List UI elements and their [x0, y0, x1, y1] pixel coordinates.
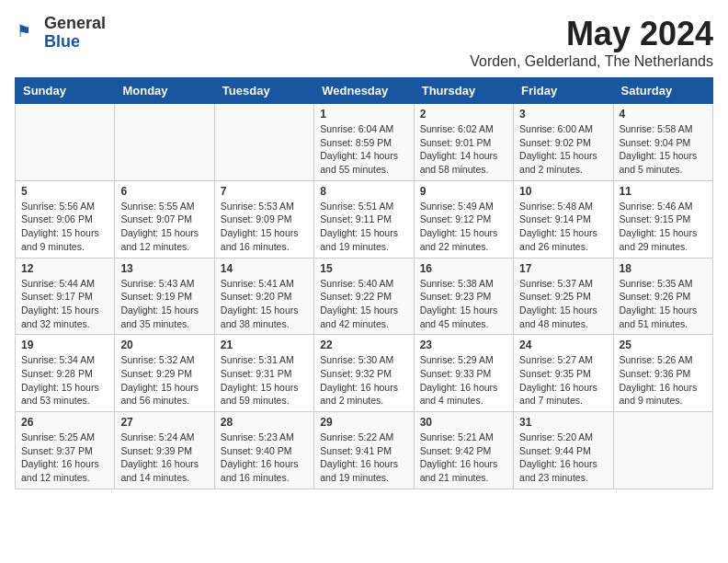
weekday-header-tuesday: Tuesday [214, 78, 313, 104]
calendar-table: SundayMondayTuesdayWednesdayThursdayFrid… [15, 77, 713, 489]
day-number: 3 [519, 108, 607, 121]
day-info: Sunrise: 5:44 AM Sunset: 9:17 PM Dayligh… [21, 277, 108, 331]
calendar-cell: 30Sunrise: 5:21 AM Sunset: 9:42 PM Dayli… [414, 412, 513, 489]
day-number: 11 [620, 185, 707, 198]
calendar-cell: 15Sunrise: 5:40 AM Sunset: 9:22 PM Dayli… [314, 258, 414, 335]
day-info: Sunrise: 5:49 AM Sunset: 9:12 PM Dayligh… [420, 200, 507, 254]
day-info: Sunrise: 6:00 AM Sunset: 9:02 PM Dayligh… [519, 122, 607, 177]
calendar-cell: 28Sunrise: 5:23 AM Sunset: 9:40 PM Dayli… [214, 412, 313, 489]
day-info: Sunrise: 5:41 AM Sunset: 9:20 PM Dayligh… [221, 277, 308, 331]
calendar-cell [115, 104, 214, 181]
calendar-cell: 22Sunrise: 5:30 AM Sunset: 9:32 PM Dayli… [314, 335, 414, 412]
calendar-cell: 7Sunrise: 5:53 AM Sunset: 9:09 PM Daylig… [214, 180, 313, 258]
day-number: 9 [420, 185, 507, 198]
weekday-header-wednesday: Wednesday [314, 78, 414, 104]
calendar-cell: 2Sunrise: 6:02 AM Sunset: 9:01 PM Daylig… [414, 104, 513, 181]
month-title: May 2024 [470, 15, 713, 53]
day-info: Sunrise: 5:22 AM Sunset: 9:41 PM Dayligh… [320, 431, 407, 485]
calendar-cell: 1Sunrise: 6:04 AM Sunset: 8:59 PM Daylig… [314, 104, 414, 181]
calendar-cell: 18Sunrise: 5:35 AM Sunset: 9:26 PM Dayli… [613, 258, 712, 335]
calendar-cell: 16Sunrise: 5:38 AM Sunset: 9:23 PM Dayli… [414, 258, 513, 335]
calendar-cell: 29Sunrise: 5:22 AM Sunset: 9:41 PM Dayli… [314, 412, 414, 489]
calendar-week-3: 12Sunrise: 5:44 AM Sunset: 9:17 PM Dayli… [16, 258, 713, 335]
day-info: Sunrise: 5:58 AM Sunset: 9:04 PM Dayligh… [620, 122, 707, 177]
day-number: 24 [519, 339, 607, 351]
calendar-cell: 21Sunrise: 5:31 AM Sunset: 9:31 PM Dayli… [214, 335, 313, 412]
day-info: Sunrise: 5:30 AM Sunset: 9:32 PM Dayligh… [320, 353, 407, 408]
logo-line1: General [44, 15, 106, 33]
day-number: 31 [519, 416, 607, 429]
day-info: Sunrise: 5:24 AM Sunset: 9:39 PM Dayligh… [120, 431, 208, 485]
day-info: Sunrise: 5:53 AM Sunset: 9:09 PM Dayligh… [221, 200, 308, 254]
weekday-header-monday: Monday [115, 78, 214, 104]
weekday-header-saturday: Saturday [613, 78, 712, 104]
weekday-header-sunday: Sunday [16, 78, 115, 104]
day-number: 8 [320, 185, 407, 198]
day-info: Sunrise: 5:23 AM Sunset: 9:40 PM Dayligh… [221, 431, 308, 485]
day-number: 22 [320, 339, 407, 351]
calendar-week-2: 5Sunrise: 5:56 AM Sunset: 9:06 PM Daylig… [16, 180, 713, 258]
day-number: 7 [221, 185, 308, 198]
calendar-cell: 12Sunrise: 5:44 AM Sunset: 9:17 PM Dayli… [16, 258, 115, 335]
calendar-cell: 9Sunrise: 5:49 AM Sunset: 9:12 PM Daylig… [414, 180, 513, 258]
day-info: Sunrise: 5:37 AM Sunset: 9:25 PM Dayligh… [519, 277, 607, 331]
day-number: 14 [221, 262, 308, 275]
calendar-cell: 19Sunrise: 5:34 AM Sunset: 9:28 PM Dayli… [16, 335, 115, 412]
day-number: 10 [519, 185, 607, 198]
day-info: Sunrise: 5:31 AM Sunset: 9:31 PM Dayligh… [221, 353, 308, 408]
day-info: Sunrise: 5:20 AM Sunset: 9:44 PM Dayligh… [519, 431, 607, 485]
weekday-header-friday: Friday [514, 78, 613, 104]
day-info: Sunrise: 5:26 AM Sunset: 9:36 PM Dayligh… [620, 353, 707, 408]
day-number: 19 [21, 339, 108, 351]
calendar-cell: 14Sunrise: 5:41 AM Sunset: 9:20 PM Dayli… [214, 258, 313, 335]
calendar-cell: 25Sunrise: 5:26 AM Sunset: 9:36 PM Dayli… [613, 335, 712, 412]
day-number: 17 [519, 262, 607, 275]
calendar-cell: 31Sunrise: 5:20 AM Sunset: 9:44 PM Dayli… [514, 412, 613, 489]
calendar-week-5: 26Sunrise: 5:25 AM Sunset: 9:37 PM Dayli… [16, 412, 713, 489]
calendar-cell: 17Sunrise: 5:37 AM Sunset: 9:25 PM Dayli… [514, 258, 613, 335]
calendar-cell: 8Sunrise: 5:51 AM Sunset: 9:11 PM Daylig… [314, 180, 414, 258]
day-info: Sunrise: 5:38 AM Sunset: 9:23 PM Dayligh… [420, 277, 507, 331]
day-number: 1 [320, 108, 407, 121]
day-number: 29 [320, 416, 407, 429]
day-number: 30 [420, 416, 507, 429]
day-info: Sunrise: 5:29 AM Sunset: 9:33 PM Dayligh… [420, 353, 507, 408]
day-info: Sunrise: 6:02 AM Sunset: 9:01 PM Dayligh… [420, 122, 507, 177]
day-info: Sunrise: 5:43 AM Sunset: 9:19 PM Dayligh… [120, 277, 208, 331]
day-number: 13 [120, 262, 208, 275]
calendar-cell: 10Sunrise: 5:48 AM Sunset: 9:14 PM Dayli… [514, 180, 613, 258]
day-info: Sunrise: 5:27 AM Sunset: 9:35 PM Dayligh… [519, 353, 607, 408]
calendar-cell: 26Sunrise: 5:25 AM Sunset: 9:37 PM Dayli… [16, 412, 115, 489]
day-info: Sunrise: 5:34 AM Sunset: 9:28 PM Dayligh… [21, 353, 108, 408]
day-info: Sunrise: 5:46 AM Sunset: 9:15 PM Dayligh… [620, 200, 707, 254]
day-number: 5 [21, 185, 108, 198]
calendar-week-4: 19Sunrise: 5:34 AM Sunset: 9:28 PM Dayli… [16, 335, 713, 412]
day-info: Sunrise: 5:35 AM Sunset: 9:26 PM Dayligh… [620, 277, 707, 331]
day-number: 21 [221, 339, 308, 351]
day-number: 4 [620, 108, 707, 121]
calendar-cell: 23Sunrise: 5:29 AM Sunset: 9:33 PM Dayli… [414, 335, 513, 412]
day-number: 18 [620, 262, 707, 275]
calendar-cell: 5Sunrise: 5:56 AM Sunset: 9:06 PM Daylig… [16, 180, 115, 258]
day-number: 16 [420, 262, 507, 275]
day-info: Sunrise: 5:25 AM Sunset: 9:37 PM Dayligh… [21, 431, 108, 485]
calendar-body: 1Sunrise: 6:04 AM Sunset: 8:59 PM Daylig… [16, 104, 713, 489]
calendar-cell: 4Sunrise: 5:58 AM Sunset: 9:04 PM Daylig… [613, 104, 712, 181]
day-info: Sunrise: 5:51 AM Sunset: 9:11 PM Dayligh… [320, 200, 407, 254]
svg-text:⚑: ⚑ [17, 21, 31, 40]
calendar-cell: 27Sunrise: 5:24 AM Sunset: 9:39 PM Dayli… [115, 412, 214, 489]
calendar-cell: 3Sunrise: 6:00 AM Sunset: 9:02 PM Daylig… [514, 104, 613, 181]
calendar-cell: 6Sunrise: 5:55 AM Sunset: 9:07 PM Daylig… [115, 180, 214, 258]
logo-line2: Blue [44, 33, 106, 52]
day-number: 6 [120, 185, 208, 198]
day-number: 26 [21, 416, 108, 429]
day-info: Sunrise: 5:56 AM Sunset: 9:06 PM Dayligh… [21, 200, 108, 254]
day-number: 12 [21, 262, 108, 275]
calendar-week-1: 1Sunrise: 6:04 AM Sunset: 8:59 PM Daylig… [16, 104, 713, 181]
day-info: Sunrise: 5:48 AM Sunset: 9:14 PM Dayligh… [519, 200, 607, 254]
day-number: 15 [320, 262, 407, 275]
logo: ⚑ General Blue [15, 15, 106, 52]
day-info: Sunrise: 5:55 AM Sunset: 9:07 PM Dayligh… [120, 200, 208, 254]
day-number: 23 [420, 339, 507, 351]
day-number: 20 [120, 339, 208, 351]
